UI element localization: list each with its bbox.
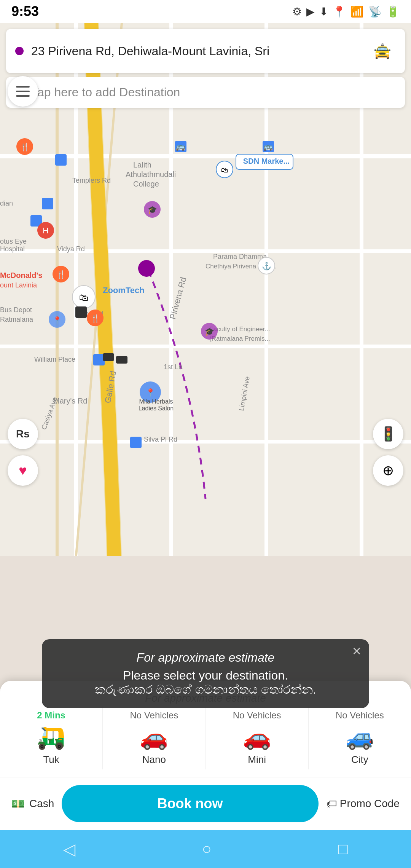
left-map-buttons: Rs ♥ (8, 419, 38, 486)
rs-badge-button[interactable]: Rs (8, 419, 38, 449)
svg-text:(Ratmalana Premis...: (Ratmalana Premis... (209, 335, 270, 342)
nano-label: Nano (142, 754, 166, 766)
svg-text:Lalith: Lalith (133, 161, 151, 169)
home-nav-button[interactable]: ○ (202, 840, 212, 858)
svg-text:Vidya Rd: Vidya Rd (57, 245, 85, 253)
nano-icon: 🚗 (140, 724, 168, 751)
svg-text:College: College (133, 180, 159, 188)
taxi-schedule-button[interactable]: 🚖 (368, 37, 396, 65)
svg-text:Faculty of Engineer...: Faculty of Engineer... (209, 326, 270, 333)
svg-text:McDonald's: McDonald's (0, 271, 42, 279)
right-map-buttons: 🚦 ⊕ (373, 419, 403, 486)
svg-text:Ladies Salon: Ladies Salon (139, 405, 174, 412)
nano-status: No Vehicles (130, 710, 178, 721)
svg-rect-79 (103, 353, 114, 361)
traffic-button[interactable]: 🚦 (373, 419, 403, 449)
svg-text:⚓: ⚓ (262, 262, 271, 271)
svg-text:Mila Herbals: Mila Herbals (139, 398, 173, 405)
svg-text:🍴: 🍴 (91, 314, 100, 323)
tuk-status: 2 Mins (37, 710, 65, 721)
svg-text:Hospital: Hospital (0, 245, 25, 253)
tuk-icon: 🛺 (37, 724, 65, 751)
svg-text:📍: 📍 (53, 316, 62, 324)
location-icon: 📍 (333, 5, 346, 18)
vehicle-city[interactable]: No Vehicles 🚙 City (309, 706, 411, 769)
city-label: City (351, 754, 368, 766)
recent-nav-button[interactable]: □ (338, 840, 347, 858)
menu-button[interactable] (8, 76, 38, 107)
svg-text:Parama Dhamma: Parama Dhamma (213, 253, 267, 260)
status-bar: 9:53 ⚙ ▶ ⬇ 📍 📶 📡 🔋 (0, 0, 411, 23)
settings-icon: ⚙ (292, 5, 302, 18)
destination-bar[interactable]: Tap here to add Destination (6, 77, 405, 108)
svg-text:dian: dian (0, 199, 13, 207)
origin-dot (15, 47, 24, 55)
mini-icon: 🚗 (243, 724, 271, 751)
mini-status: No Vehicles (233, 710, 281, 721)
favorites-button[interactable]: ♥ (8, 455, 38, 486)
svg-text:🛍: 🛍 (221, 166, 228, 174)
search-area: 23 Pirivena Rd, Dehiwala-Mount Lavinia, … (0, 23, 411, 108)
svg-text:ount Lavinia: ount Lavinia (0, 281, 37, 289)
city-status: No Vehicles (336, 710, 384, 721)
svg-rect-48 (55, 154, 67, 166)
back-nav-button[interactable]: ◁ (63, 840, 75, 858)
vehicle-nano[interactable]: No Vehicles 🚗 Nano (103, 706, 206, 769)
svg-rect-80 (116, 356, 127, 364)
traffic-icon: 🚦 (380, 426, 397, 442)
action-row: 💵 Cash Book now 🏷 Promo Code (0, 777, 411, 830)
play-icon: ▶ (306, 5, 315, 18)
vehicle-mini[interactable]: No Vehicles 🚗 Mini (206, 706, 309, 769)
tuk-label: Tuk (43, 754, 59, 766)
city-icon: 🚙 (346, 724, 374, 751)
svg-text:Bus Depot: Bus Depot (0, 306, 32, 314)
toast-line3: කරුණාකර ඔබගේ ගමනාන්තය තෝරන්න. (57, 683, 354, 697)
svg-text:Athulathmudali: Athulathmudali (126, 170, 176, 179)
vehicle-tuk[interactable]: 2 Mins 🛺 Tuk (0, 706, 103, 769)
svg-text:Ratmalana: Ratmalana (0, 316, 33, 323)
origin-text: 23 Pirivena Rd, Dehiwala-Mount Lavinia, … (31, 44, 368, 58)
svg-text:🚌: 🚌 (263, 142, 273, 151)
svg-rect-78 (75, 310, 87, 318)
toast-close-button[interactable]: ✕ (352, 645, 362, 658)
cash-icon: 💵 (11, 798, 25, 810)
signal-icon: 📡 (368, 5, 382, 18)
svg-text:🎓: 🎓 (205, 327, 214, 336)
promo-icon: 🏷 (326, 798, 337, 810)
svg-text:ZoomTech: ZoomTech (103, 286, 145, 295)
status-icons: ⚙ ▶ ⬇ 📍 📶 📡 🔋 (292, 5, 400, 18)
download-icon: ⬇ (319, 5, 328, 18)
my-location-button[interactable]: ⊕ (373, 455, 403, 486)
wifi-icon: 📶 (350, 5, 364, 18)
toast-message: ✕ For approximate estimate Please select… (42, 639, 369, 708)
hamburger-icon (16, 86, 30, 97)
svg-text:🚌: 🚌 (176, 142, 185, 151)
svg-text:Templers Rd: Templers Rd (72, 177, 111, 184)
heart-icon: ♥ (19, 463, 27, 479)
svg-rect-46 (42, 198, 53, 209)
status-time: 9:53 (11, 3, 39, 19)
payment-button[interactable]: 💵 Cash (11, 798, 54, 810)
vehicle-options: 2 Mins 🛺 Tuk No Vehicles 🚗 Nano No Vehic… (0, 706, 411, 777)
svg-text:otus Eye: otus Eye (0, 238, 27, 245)
battery-icon: 🔋 (386, 5, 400, 18)
svg-text:SDN Marke...: SDN Marke... (243, 157, 290, 165)
svg-text:🎓: 🎓 (148, 205, 157, 214)
svg-text:1st Ln: 1st Ln (164, 363, 182, 371)
svg-text:William Place: William Place (34, 356, 75, 363)
svg-text:🍴: 🍴 (56, 270, 66, 279)
nav-bar: ◁ ○ □ (0, 830, 411, 868)
mini-label: Mini (248, 754, 266, 766)
svg-text:🍴: 🍴 (20, 142, 30, 152)
promo-code-button[interactable]: 🏷 Promo Code (326, 798, 400, 810)
svg-text:🛍: 🛍 (79, 292, 88, 303)
svg-rect-50 (130, 437, 142, 448)
svg-text:Mary's Rd: Mary's Rd (53, 397, 87, 405)
location-target-icon: ⊕ (382, 463, 394, 479)
destination-text: Tap here to add Destination (31, 85, 180, 99)
payment-label: Cash (29, 798, 54, 810)
book-now-button[interactable]: Book now (62, 785, 318, 822)
toast-line2: Please select your destination. (57, 669, 354, 683)
toast-line1: For approximate estimate (57, 651, 354, 665)
origin-bar[interactable]: 23 Pirivena Rd, Dehiwala-Mount Lavinia, … (6, 29, 405, 73)
